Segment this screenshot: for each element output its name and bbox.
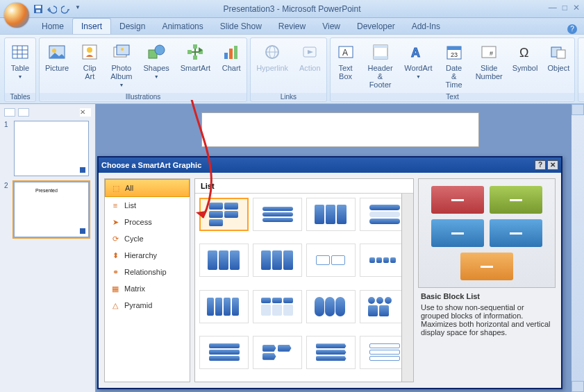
table-label: Table [11,64,29,72]
preview-block [431,186,484,214]
category-all[interactable]: ⬚All [105,179,190,197]
chart-icon [222,42,241,62]
category-hierarchy[interactable]: ⬍Hierarchy [105,247,190,264]
svg-rect-20 [193,56,197,60]
tab-home[interactable]: Home [33,19,72,34]
tab-addins[interactable]: Add-Ins [403,19,449,34]
tab-slideshow[interactable]: Slide Show [212,19,270,34]
category-matrix[interactable]: ▦Matrix [105,280,190,297]
group-label: Text [331,93,575,101]
category-pyramid[interactable]: △Pyramid [105,297,190,314]
layout-option[interactable] [360,244,409,277]
layout-option[interactable] [360,290,409,323]
minimize-button[interactable]: — [549,3,557,12]
svg-rect-31 [374,45,387,48]
scroll-down-button[interactable] [572,381,584,392]
smartart-button[interactable]: SmartArt [175,38,216,101]
date-button[interactable]: 23 Date & Time [437,38,470,101]
layout-option[interactable] [306,198,356,231]
ribbon-tabstrip: Home Insert Design Animations Slide Show… [0,18,584,35]
layout-option[interactable] [360,198,409,231]
tab-developer[interactable]: Developer [349,19,403,34]
layout-option[interactable] [253,244,302,277]
close-button[interactable]: ✕ [573,3,580,12]
layout-option[interactable] [306,336,356,369]
slidenum-button[interactable]: # Slide Number [471,38,508,101]
action-button[interactable]: Action [294,38,326,101]
tab-insert[interactable]: Insert [72,18,111,34]
cmd-label: Picture [45,64,69,72]
movie-button[interactable]: Movie ▼ [578,38,584,101]
hierarchy-icon: ⬍ [110,250,120,260]
dropdown-icon: ▼ [18,74,23,79]
object-button[interactable]: Object [542,38,574,101]
svg-point-11 [87,47,92,53]
preview-block [431,219,484,247]
layout-basic-block-list[interactable] [199,198,249,231]
table-button[interactable]: Table ▼ [5,38,35,101]
dialog-titlebar[interactable]: Choose a SmartArt Graphic ? ✕ [99,157,561,173]
tab-review[interactable]: Review [270,19,314,34]
photoalbum-button[interactable]: Photo Album ▼ [105,38,137,101]
slides-tab[interactable] [4,108,15,117]
svg-rect-32 [374,56,387,59]
tab-design[interactable]: Design [111,19,153,34]
tab-view[interactable]: View [314,19,349,34]
layout-option[interactable] [199,244,249,277]
preview-block [460,253,513,280]
svg-rect-21 [224,53,228,59]
category-cycle[interactable]: ⟳Cycle [105,230,190,247]
slide-thumb-1[interactable]: 1 [4,121,91,176]
header-icon [371,42,390,62]
layout-option[interactable] [253,290,302,323]
preview-graphic [418,178,556,288]
category-process[interactable]: ➤Process [105,214,190,230]
hyperlink-button[interactable]: Hyperlink [251,38,294,101]
chart-button[interactable]: Chart [216,38,247,101]
office-button[interactable] [4,3,29,28]
maximize-button[interactable]: □ [562,3,567,12]
wordart-button[interactable]: A WordArt ▼ [399,38,437,101]
slide-thumb-2[interactable]: 2 Presented [4,182,91,237]
layout-option[interactable] [306,244,356,277]
panel-close-icon[interactable]: ✕ [80,108,91,117]
cmd-label: Chart [222,64,241,72]
cmd-label: Action [299,64,321,72]
category-relationship[interactable]: ⚭Relationship [105,264,190,280]
category-list-item[interactable]: ≡List [105,197,190,214]
layout-option[interactable] [199,336,249,369]
outline-tab[interactable] [18,108,29,117]
layout-option[interactable] [306,290,356,323]
layout-option[interactable] [360,336,409,369]
dialog-close-button[interactable]: ✕ [547,160,558,170]
help-icon[interactable]: ? [567,24,577,34]
cmd-label: Header & Footer [367,64,394,89]
date-icon: 23 [444,42,464,62]
vertical-scrollbar[interactable] [572,104,584,392]
group-label: Media Clips [578,93,584,101]
layout-option[interactable] [253,198,302,231]
scroll-up-button[interactable] [572,104,584,115]
header-button[interactable]: Header & Footer [361,38,400,101]
pyramid-icon: △ [110,300,120,310]
category-list: ⬚All ≡List ➤Process ⟳Cycle ⬍Hierarchy ⚭R… [104,178,190,382]
shapes-button[interactable]: Shapes ▼ [137,38,174,101]
textbox-icon: A [336,42,356,62]
symbol-button[interactable]: Ω Symbol [508,38,543,101]
category-label: All [125,184,133,192]
svg-rect-35 [447,46,461,50]
relationship-icon: ⚭ [110,267,120,277]
textbox-button[interactable]: A Text Box [331,38,361,101]
cmd-label: Text Box [339,64,353,80]
layout-option[interactable] [253,336,302,369]
process-icon: ➤ [110,217,120,227]
layout-option[interactable] [199,290,249,323]
dialog-help-button[interactable]: ? [535,160,546,170]
tab-animations[interactable]: Animations [153,19,211,34]
category-label: Relationship [124,268,167,276]
picture-button[interactable]: Picture [40,38,74,101]
group-text: A Text Box Header & Footer A WordArt ▼ 2… [330,37,576,102]
svg-point-14 [121,48,124,51]
clipart-button[interactable]: Clip Art [74,38,105,101]
current-slide[interactable] [201,112,479,147]
